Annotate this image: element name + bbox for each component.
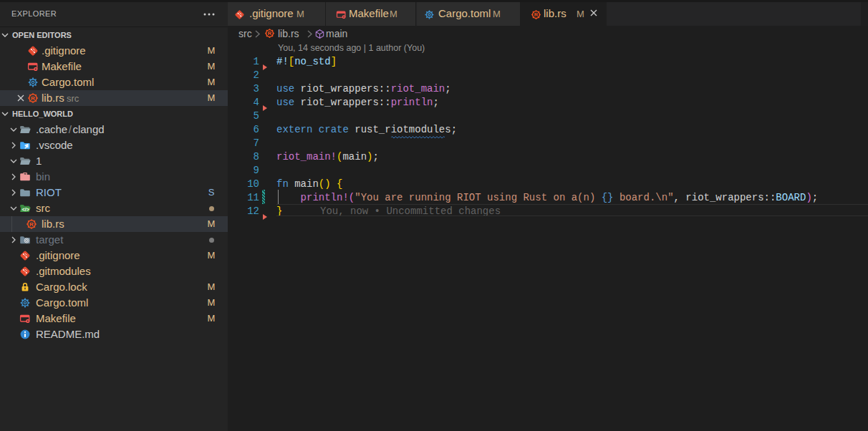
svg-text:R: R bbox=[268, 30, 272, 37]
svg-text:R: R bbox=[29, 221, 34, 228]
svg-text:R: R bbox=[534, 11, 539, 18]
svg-text:R: R bbox=[31, 95, 35, 102]
svg-text:</>: </> bbox=[22, 207, 29, 212]
